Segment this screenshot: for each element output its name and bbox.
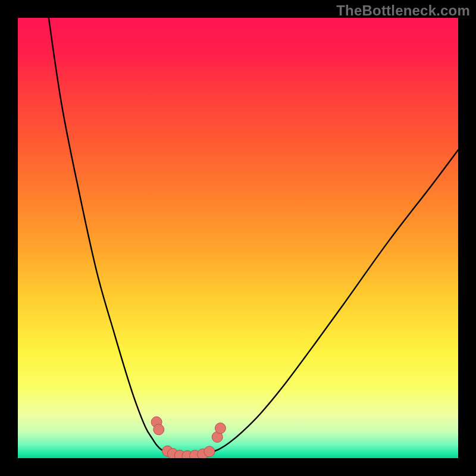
valley-marker-8 — [204, 446, 215, 457]
valley-marker-1 — [154, 424, 164, 435]
watermark-text: TheBottleneck.com — [336, 2, 470, 19]
bottleneck-curve — [49, 18, 458, 457]
chart-stage: TheBottleneck.com — [0, 0, 476, 476]
valley-marker-10 — [215, 423, 226, 434]
valley-markers — [151, 416, 226, 458]
plot-area — [18, 18, 458, 458]
curve-svg — [18, 18, 458, 458]
